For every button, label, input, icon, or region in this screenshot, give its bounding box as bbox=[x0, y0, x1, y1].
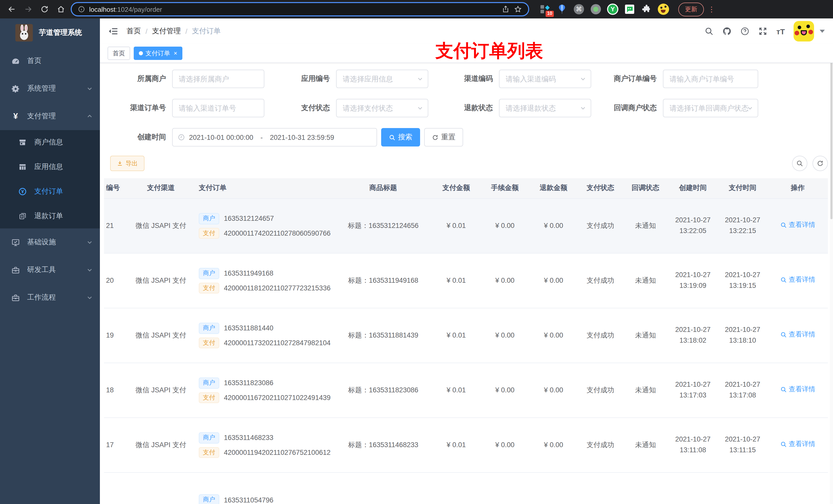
filter-label-channel-code: 渠道编码 bbox=[432, 74, 495, 83]
close-icon[interactable]: × bbox=[174, 50, 177, 57]
sidebar-item-workflow[interactable]: 工作流程 bbox=[0, 284, 100, 311]
cell-status: 支付成功 bbox=[578, 440, 623, 451]
sidebar-fold-icon[interactable] bbox=[108, 26, 118, 37]
browser-update-button[interactable]: 更新 bbox=[678, 2, 704, 16]
create-time-range-picker[interactable]: 2021-10-01 00:00:00 - 2021-10-31 23:59:5… bbox=[172, 128, 377, 146]
cell-pay-order: 商户 1635311054796 bbox=[189, 491, 335, 504]
help-icon[interactable] bbox=[740, 27, 750, 36]
extension-dot-icon[interactable] bbox=[590, 4, 601, 15]
cell-pay-order: 商户 1635311881440 支付 42000011732021102728… bbox=[189, 319, 335, 352]
refresh-icon[interactable] bbox=[812, 156, 828, 171]
export-button[interactable]: 导出 bbox=[110, 156, 144, 171]
breadcrumb: 首页 / 支付管理 / 支付订单 bbox=[126, 27, 221, 36]
show-search-icon[interactable] bbox=[792, 156, 807, 171]
search-icon[interactable] bbox=[705, 27, 714, 36]
navbar-actions: ᴛT bbox=[705, 21, 825, 42]
search-button[interactable]: 搜索 bbox=[381, 128, 420, 146]
cell-actions: 查看详情 bbox=[767, 330, 828, 342]
breadcrumb-home[interactable]: 首页 bbox=[126, 27, 141, 36]
chevron-down-icon bbox=[87, 267, 93, 273]
table-row: 20 微信 JSAPI 支付 商户 1635311949168 支付 42000… bbox=[104, 254, 828, 308]
notify-status-select[interactable] bbox=[663, 99, 758, 117]
share-icon[interactable] bbox=[502, 5, 510, 13]
breadcrumb-current: 支付订单 bbox=[192, 27, 221, 36]
pay-no-line: 支付 4200001181202110277723215336 bbox=[199, 283, 335, 293]
browser-home-icon[interactable] bbox=[54, 3, 68, 16]
cell-notify: 未通知 bbox=[623, 385, 668, 396]
breadcrumb-payment[interactable]: 支付管理 bbox=[152, 27, 181, 36]
extension-tiles-icon[interactable]: 10 bbox=[540, 4, 551, 15]
extension-y-icon[interactable]: Y bbox=[607, 4, 618, 15]
sidebar-item-pay-order[interactable]: 支付订单 bbox=[0, 179, 100, 204]
merchant-order-no-input[interactable] bbox=[663, 70, 758, 88]
cell-pay-order: 商户 1635311949168 支付 42000011812021102777… bbox=[189, 264, 335, 297]
tab-home[interactable]: 首页 bbox=[108, 47, 130, 60]
merchant-select[interactable] bbox=[172, 70, 264, 88]
cell-refund: ¥ 0.00 bbox=[529, 220, 578, 231]
cell-id: 19 bbox=[104, 330, 133, 341]
view-detail-link[interactable]: 查看详情 bbox=[780, 384, 815, 394]
filter-row-1: 所属商户 应用编号 渠道编码 商户订单编号 bbox=[104, 70, 833, 88]
bookmark-star-icon[interactable] bbox=[514, 5, 522, 13]
sidebar-item-dev-tools[interactable]: 研发工具 bbox=[0, 256, 100, 284]
cell-amount: ¥ 0.01 bbox=[432, 220, 480, 231]
site-info-icon[interactable] bbox=[78, 6, 85, 13]
sidebar-item-infra[interactable]: 基础设施 bbox=[0, 229, 100, 256]
url-text: localhost:1024/pay/order bbox=[89, 5, 162, 13]
github-icon[interactable] bbox=[722, 27, 732, 36]
sidebar-item-home[interactable]: 首页 bbox=[0, 47, 100, 75]
pay-tag: 支付 bbox=[199, 337, 219, 348]
cell-status: 支付成功 bbox=[578, 330, 623, 341]
cell-channel: 微信 JSAPI 支付 bbox=[133, 330, 189, 341]
cell-title: 标题：1635311881439 bbox=[335, 330, 432, 341]
browser-back-icon[interactable] bbox=[5, 3, 19, 16]
channel-order-no-input[interactable] bbox=[172, 99, 264, 117]
view-detail-link[interactable]: 查看详情 bbox=[780, 220, 815, 230]
browser-menu-icon[interactable]: ⋮ bbox=[707, 5, 717, 13]
extension-chat-icon[interactable] bbox=[624, 4, 635, 15]
orders-table: 编号 支付渠道 支付订单 商品标题 支付金额 手续金额 退款金额 支付状态 回调… bbox=[104, 178, 828, 504]
sidebar-item-system[interactable]: 系统管理 bbox=[0, 75, 100, 102]
tab-pay-order[interactable]: 支付订单 × bbox=[134, 47, 182, 60]
table-row: 17 微信 JSAPI 支付 商户 1635311468233 支付 42000… bbox=[104, 418, 828, 473]
cell-pay-order: 商户 1635311468233 支付 42000011942021102767… bbox=[189, 429, 335, 461]
channel-code-select[interactable] bbox=[499, 70, 591, 88]
cell-title: 标题：1635311949168 bbox=[335, 275, 432, 286]
page-content: 所属商户 应用编号 渠道编码 商户订单编号 bbox=[100, 63, 833, 504]
sidebar-item-refund-order[interactable]: 退款订单 bbox=[0, 204, 100, 229]
merchant-no-line: 商户 1635311468233 bbox=[199, 432, 335, 443]
font-size-icon[interactable]: ᴛT bbox=[777, 27, 785, 35]
refund-status-select[interactable] bbox=[499, 99, 591, 117]
browser-forward-icon[interactable] bbox=[22, 3, 35, 16]
sidebar-item-merchant-info[interactable]: 商户信息 bbox=[0, 130, 100, 155]
fullscreen-icon[interactable] bbox=[759, 27, 768, 36]
user-avatar[interactable] bbox=[793, 21, 814, 42]
view-detail-link[interactable]: 查看详情 bbox=[780, 330, 815, 340]
app-select[interactable] bbox=[336, 70, 428, 88]
cell-channel: 微信 JSAPI 支付 bbox=[133, 275, 189, 286]
table-row: 商户 1635311054796 bbox=[104, 473, 828, 504]
cell-pay-order: 商户 1635311823086 支付 42000011672021102710… bbox=[189, 374, 335, 407]
sidebar-item-app-info[interactable]: 应用信息 bbox=[0, 155, 100, 179]
cell-notify: 未通知 bbox=[623, 220, 668, 231]
magnifier-icon bbox=[780, 331, 787, 338]
scrollbar-thumb[interactable] bbox=[830, 50, 832, 219]
extensions-puzzle-icon[interactable] bbox=[641, 4, 652, 15]
caret-down-icon[interactable] bbox=[820, 30, 825, 33]
cell-id: 17 bbox=[104, 440, 133, 451]
view-detail-link[interactable]: 查看详情 bbox=[780, 275, 815, 285]
extension-balloon-icon[interactable] bbox=[556, 4, 568, 15]
view-detail-link[interactable]: 查看详情 bbox=[780, 439, 815, 450]
browser-reload-icon[interactable] bbox=[38, 3, 51, 16]
sidebar-item-payment[interactable]: ¥ 支付管理 bbox=[0, 102, 100, 130]
store-icon bbox=[19, 138, 27, 146]
filter-label-merchant: 所属商户 bbox=[104, 74, 168, 83]
pay-status-select[interactable] bbox=[336, 99, 428, 117]
app-logo[interactable]: 芋道管理系统 bbox=[0, 19, 100, 47]
address-bar[interactable]: localhost:1024/pay/order bbox=[71, 2, 529, 16]
extension-emoji-icon[interactable] bbox=[658, 4, 669, 15]
extension-command-icon[interactable]: ⌘ bbox=[573, 4, 585, 15]
page-scrollbar[interactable] bbox=[830, 44, 833, 504]
reset-button[interactable]: 重置 bbox=[424, 128, 463, 146]
clock-icon bbox=[178, 134, 185, 141]
